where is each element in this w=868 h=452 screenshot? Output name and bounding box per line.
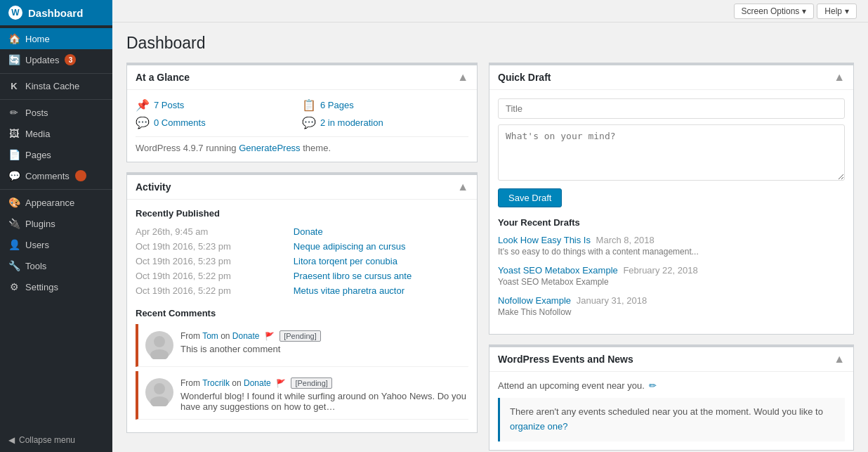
post-date: Oct 19th 2016, 5:22 pm xyxy=(136,283,294,298)
screen-options-button[interactable]: Screen Options ▾ xyxy=(734,4,815,19)
collapse-menu[interactable]: ◀ Collapse menu xyxy=(0,428,112,452)
comment-meta: From Trocrilk on Donate 🚩 [Pending] xyxy=(180,378,468,388)
sidebar-item-media[interactable]: 🖼 Media xyxy=(0,123,112,144)
draft-content-input[interactable] xyxy=(498,124,845,181)
help-label: Help xyxy=(824,6,842,16)
sidebar-item-home[interactable]: 🏠 Home xyxy=(0,28,112,49)
collapse-icon: ◀ xyxy=(8,435,15,445)
sidebar-item-kinsta[interactable]: K Kinsta Cache xyxy=(0,73,112,96)
sidebar-item-pages[interactable]: 📄 Pages xyxy=(0,144,112,165)
sidebar-item-plugins[interactable]: 🔌 Plugins xyxy=(0,213,112,234)
comment-item: From Tom on Donate 🚩 [Pending] This is a… xyxy=(136,324,468,367)
wp-icon: W xyxy=(8,6,22,20)
quick-draft-body: Save Draft Your Recent Drafts Look How E… xyxy=(489,90,853,334)
draft-title-link[interactable]: Look How Easy This Is xyxy=(498,235,591,245)
post-date: Oct 19th 2016, 5:23 pm xyxy=(136,254,294,269)
edit-location-icon[interactable]: ✏ xyxy=(649,380,657,391)
collapse-label: Collapse menu xyxy=(19,435,75,445)
sidebar-tools-label: Tools xyxy=(25,261,46,271)
sidebar-appearance-label: Appearance xyxy=(25,198,74,208)
posts-stat: 📌 7 Posts xyxy=(136,98,302,112)
activity-toggle[interactable]: ▲ xyxy=(457,181,468,193)
topbar: Screen Options ▾ Help ▾ xyxy=(112,0,868,22)
draft-title-link[interactable]: Nofollow Example xyxy=(498,295,571,306)
moderation-stat-icon: 💬 xyxy=(302,116,316,129)
comment-post-link[interactable]: Donate xyxy=(244,378,271,388)
quick-draft-toggle[interactable]: ▲ xyxy=(834,71,845,84)
wp-events-header: WordPress Events and News ▲ xyxy=(489,347,853,372)
comment-content: From Tom on Donate 🚩 [Pending] This is a… xyxy=(180,331,468,359)
flag-icon: 🚩 xyxy=(276,379,286,387)
comments-stat: 💬 0 Comments xyxy=(136,116,302,129)
page-content: Dashboard At a Glance ▲ 📌 7 Posts xyxy=(112,22,868,452)
sidebar-item-updates[interactable]: 🔄 Updates 3 xyxy=(0,49,112,70)
wp-info: WordPress 4.9.7 running GeneratePress th… xyxy=(136,136,468,153)
organize-event-link[interactable]: organize one? xyxy=(510,421,567,432)
save-draft-button[interactable]: Save Draft xyxy=(498,188,562,207)
draft-excerpt: Yoast SEO Metabox Example xyxy=(498,277,845,287)
pages-icon: 📄 xyxy=(8,149,20,160)
post-title: Metus vitae pharetra auctor xyxy=(294,283,468,298)
at-a-glance-body: 📌 7 Posts 📋 6 Pages 💬 0 Comments xyxy=(127,90,477,162)
appearance-icon: 🎨 xyxy=(8,197,20,208)
screen-options-chevron-icon: ▾ xyxy=(802,6,806,16)
right-column: Quick Draft ▲ Save Draft Your Recent Dra… xyxy=(489,63,854,451)
draft-item: Yoast SEO Metabox Example February 22, 2… xyxy=(498,265,845,287)
activity-widget: Activity ▲ Recently Published Apr 26th, … xyxy=(126,172,478,433)
activity-title: Activity xyxy=(136,181,171,193)
comment-meta: From Tom on Donate 🚩 [Pending] xyxy=(180,331,468,341)
sidebar-nav: 🏠 Home 🔄 Updates 3 K Kinsta Cache ✏ Post… xyxy=(0,25,112,300)
quick-draft-header: Quick Draft ▲ xyxy=(489,65,853,90)
no-events-box: There aren't any events scheduled near y… xyxy=(498,398,845,441)
draft-title-link[interactable]: Yoast SEO Metabox Example xyxy=(498,265,618,276)
post-date: Apr 26th, 9:45 am xyxy=(136,224,294,239)
sidebar-users-label: Users xyxy=(25,240,49,250)
sidebar-posts-label: Posts xyxy=(25,108,48,118)
comment-author-link[interactable]: Tom xyxy=(202,331,218,341)
pending-label: [Pending] xyxy=(280,330,320,342)
posts-icon: ✏ xyxy=(8,107,20,118)
draft-title-input[interactable] xyxy=(498,98,845,119)
sidebar-app-name: Dashboard xyxy=(28,7,83,19)
moderation-count-link[interactable]: 2 in moderation xyxy=(320,117,383,128)
sidebar-home-label: Home xyxy=(25,34,50,44)
pending-label: [Pending] xyxy=(291,377,331,389)
sidebar-item-tools[interactable]: 🔧 Tools xyxy=(0,255,112,276)
theme-suffix: theme. xyxy=(303,143,331,153)
theme-link[interactable]: GeneratePress xyxy=(239,143,300,153)
comment-text: Wonderful blog! I found it while surfing… xyxy=(180,391,468,412)
post-title-link[interactable]: Praesent libro se cursus ante xyxy=(294,271,412,281)
activity-post-row: Oct 19th 2016, 5:22 pmMetus vitae pharet… xyxy=(136,283,468,298)
comment-post-link[interactable]: Donate xyxy=(232,331,260,341)
quick-draft-widget: Quick Draft ▲ Save Draft Your Recent Dra… xyxy=(489,63,854,335)
kinsta-icon: K xyxy=(8,81,20,91)
pages-stat: 📋 6 Pages xyxy=(302,98,468,112)
help-button[interactable]: Help ▾ xyxy=(817,4,857,19)
sidebar-header: W Dashboard xyxy=(0,0,112,25)
wp-events-toggle[interactable]: ▲ xyxy=(834,353,845,366)
comment-content: From Trocrilk on Donate 🚩 [Pending] Wond… xyxy=(180,378,468,412)
draft-item: Nofollow Example January 31, 2018 Make T… xyxy=(498,295,845,317)
events-intro-text: Attend an upcoming event near you. xyxy=(498,380,645,391)
draft-excerpt: It's so easy to do things with a content… xyxy=(498,247,845,257)
pages-count-link[interactable]: 6 Pages xyxy=(320,100,354,110)
sidebar-item-appearance[interactable]: 🎨 Appearance xyxy=(0,189,112,213)
sidebar-item-posts[interactable]: ✏ Posts xyxy=(0,99,112,123)
post-title-link[interactable]: Litora torqent per conubia xyxy=(294,256,397,266)
post-title-link[interactable]: Neque adipiscing an cursus xyxy=(294,241,406,252)
sidebar-item-users[interactable]: 👤 Users xyxy=(0,234,112,255)
users-icon: 👤 xyxy=(8,239,20,250)
at-a-glance-toggle[interactable]: ▲ xyxy=(457,71,468,84)
comment-item: From Trocrilk on Donate 🚩 [Pending] Wond… xyxy=(136,371,468,420)
comment-author-link[interactable]: Trocrilk xyxy=(202,378,230,388)
sidebar-item-comments[interactable]: 💬 Comments xyxy=(0,165,112,186)
post-title-link[interactable]: Metus vitae pharetra auctor xyxy=(294,285,405,296)
post-title-link[interactable]: Donate xyxy=(294,226,323,237)
activity-post-row: Oct 19th 2016, 5:23 pmLitora torqent per… xyxy=(136,254,468,269)
sidebar-item-settings[interactable]: ⚙ Settings xyxy=(0,276,112,297)
comments-count-link[interactable]: 0 Comments xyxy=(154,117,206,128)
home-icon: 🏠 xyxy=(8,33,20,44)
page-stat-icon: 📋 xyxy=(302,98,316,112)
posts-count-link[interactable]: 7 Posts xyxy=(154,100,184,110)
help-chevron-icon: ▾ xyxy=(845,6,849,16)
